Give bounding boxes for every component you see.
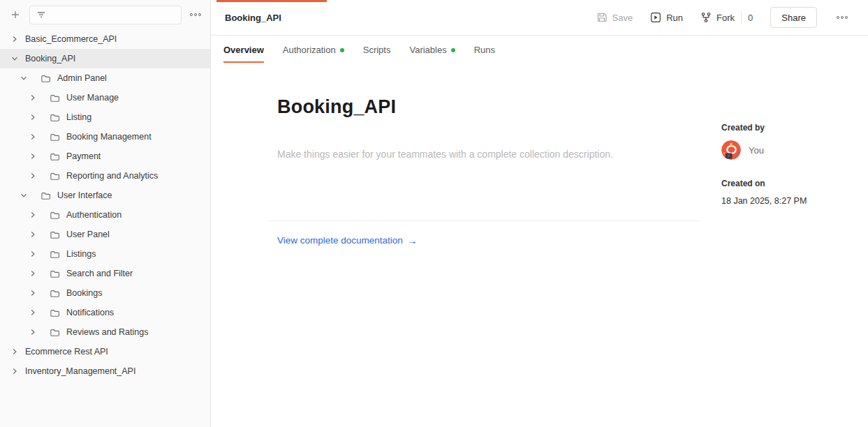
- tree-item-label: Reporting and Analytics: [66, 171, 158, 181]
- chevron-right-icon[interactable]: [27, 131, 38, 142]
- tree-item-user-interface[interactable]: User Interface: [0, 186, 210, 205]
- run-button[interactable]: Run: [650, 12, 683, 23]
- chevron-right-icon[interactable]: [27, 229, 38, 240]
- tree-item-reporting-and-analytics[interactable]: Reporting and Analytics: [0, 166, 210, 186]
- sidebar-filter-input[interactable]: [51, 10, 175, 20]
- header-actions: Save Run: [596, 7, 868, 28]
- tree-item-booking-api[interactable]: Booking_API: [0, 49, 210, 68]
- tree-item-label: Authentication: [66, 210, 122, 220]
- tab-label: Overview: [223, 45, 264, 55]
- folder-icon: [49, 131, 60, 142]
- tab-label: Runs: [474, 45, 495, 55]
- fork-button[interactable]: Fork: [700, 12, 735, 23]
- green-dot-indicator: [340, 48, 344, 52]
- folder-icon: [49, 151, 60, 162]
- folder-icon: [49, 229, 60, 240]
- tree-item-search-and-filter[interactable]: Search and Filter: [0, 264, 210, 283]
- tree-item-inventory-management-api[interactable]: Inventory_Management_API: [0, 361, 210, 381]
- chevron-right-icon[interactable]: [27, 92, 38, 103]
- tree-item-bookings[interactable]: Bookings: [0, 283, 210, 303]
- sidebar-more-options-button[interactable]: [188, 7, 203, 22]
- overview-content: Booking_API Make things easier for your …: [211, 64, 868, 427]
- plus-icon: [10, 9, 21, 20]
- chevron-right-icon[interactable]: [27, 287, 38, 299]
- tree-item-user-panel[interactable]: User Panel: [0, 225, 210, 244]
- tree-item-label: Search and Filter: [66, 269, 133, 278]
- collection-meta-column: Created by You: [721, 96, 861, 427]
- tree-item-label: Basic_Ecommerce_API: [25, 34, 117, 44]
- tree-item-label: Booking Management: [66, 132, 152, 142]
- chevron-right-icon[interactable]: [27, 268, 38, 279]
- tree-item-basic-ecommerce-api[interactable]: Basic_Ecommerce_API: [0, 29, 210, 49]
- save-button[interactable]: Save: [596, 12, 633, 23]
- tab-label: Authorization: [283, 45, 336, 55]
- chevron-right-icon[interactable]: [27, 112, 38, 123]
- tree-item-label: Payment: [66, 151, 101, 161]
- tree-item-reviews-and-ratings[interactable]: Reviews and Ratings: [0, 322, 210, 342]
- tree-item-payment[interactable]: Payment: [0, 147, 210, 166]
- tab-overview[interactable]: Overview: [223, 36, 264, 64]
- chevron-right-icon[interactable]: [9, 346, 20, 357]
- folder-icon: [49, 92, 60, 103]
- chevron-down-icon[interactable]: [18, 190, 29, 201]
- tree-item-listings[interactable]: Listings: [0, 244, 210, 264]
- tree-item-label: Inventory_Management_API: [25, 366, 135, 376]
- tab-variables[interactable]: Variables: [409, 36, 455, 64]
- collection-title[interactable]: Booking_API: [268, 96, 700, 118]
- tree-item-label: User Panel: [66, 230, 110, 239]
- tree-item-authentication[interactable]: Authentication: [0, 205, 210, 225]
- chevron-down-icon[interactable]: [18, 73, 29, 84]
- fork-icon: [700, 12, 712, 23]
- tree-item-label: Ecommerce Rest API: [25, 347, 108, 357]
- tree-item-label: Bookings: [66, 288, 102, 298]
- tree-item-label: Listings: [66, 249, 96, 259]
- chevron-right-icon[interactable]: [27, 248, 38, 260]
- folder-icon: [49, 287, 60, 299]
- tree-item-listing[interactable]: Listing: [0, 107, 210, 127]
- created-by-label: Created by: [721, 123, 861, 133]
- sidebar-header: [0, 0, 210, 29]
- tab-runs[interactable]: Runs: [474, 36, 495, 64]
- folder-icon: [40, 190, 51, 201]
- tree-item-label: Listing: [66, 112, 91, 122]
- fork-count[interactable]: 0: [748, 13, 753, 23]
- chevron-right-icon[interactable]: [27, 327, 38, 338]
- collection-tab-bar: Overview Authorization Scripts Variables…: [211, 36, 868, 64]
- header-more-options-button[interactable]: [834, 10, 850, 25]
- tree-item-notifications[interactable]: Notifications: [0, 303, 210, 322]
- tab-scripts[interactable]: Scripts: [363, 36, 391, 64]
- chevron-right-icon[interactable]: [27, 151, 38, 162]
- main-header: Booking_API Save Run: [211, 0, 868, 36]
- tree-item-admin-panel[interactable]: Admin Panel: [0, 68, 210, 88]
- tab-authorization[interactable]: Authorization: [283, 36, 344, 64]
- chevron-right-icon[interactable]: [9, 366, 20, 377]
- tree-item-user-manage[interactable]: User Manage: [0, 88, 210, 107]
- sidebar-filter-box[interactable]: [29, 6, 182, 24]
- folder-icon: [49, 248, 60, 260]
- chevron-right-icon[interactable]: [27, 307, 38, 318]
- new-collection-button[interactable]: [8, 7, 23, 22]
- tree-item-label: Booking_API: [25, 54, 75, 63]
- chevron-right-icon[interactable]: [9, 33, 20, 45]
- tree-item-ecommerce-rest-api[interactable]: Ecommerce Rest API: [0, 342, 210, 361]
- tree-item-booking-management[interactable]: Booking Management: [0, 127, 210, 147]
- tree-item-label: Admin Panel: [57, 73, 107, 83]
- creator-row: You: [721, 140, 861, 160]
- view-documentation-link[interactable]: View complete documentation →: [268, 234, 418, 246]
- avatar[interactable]: [721, 140, 741, 160]
- fork-controls: Fork 0: [700, 11, 753, 24]
- created-on-value: 18 Jan 2025, 8:27 PM: [721, 196, 861, 206]
- run-icon: [650, 12, 661, 23]
- collection-description-placeholder[interactable]: Make things easier for your teammates wi…: [268, 149, 700, 160]
- folder-icon: [49, 327, 60, 338]
- chevron-down-icon[interactable]: [9, 53, 20, 64]
- open-collection-tab[interactable]: Booking_API: [216, 0, 327, 35]
- chevron-right-icon[interactable]: [27, 170, 38, 181]
- folder-icon: [40, 73, 51, 84]
- share-button[interactable]: Share: [770, 7, 817, 28]
- folder-icon: [49, 112, 60, 123]
- folder-icon: [49, 268, 60, 279]
- more-options-icon: [836, 15, 848, 20]
- created-by-value: You: [749, 145, 764, 156]
- chevron-right-icon[interactable]: [27, 209, 38, 220]
